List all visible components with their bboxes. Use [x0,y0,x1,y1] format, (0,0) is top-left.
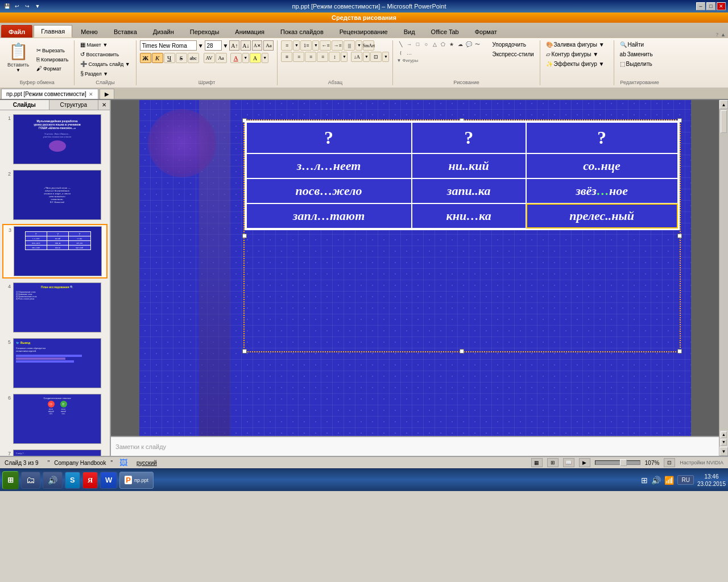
tray-icon-3[interactable]: 📶 [664,476,674,485]
tab-officetab[interactable]: Office Tab [424,25,466,38]
copy-btn[interactable]: ⎘ Копировать [34,55,71,64]
replace-btn[interactable]: ab Заменить [618,50,655,59]
font-color-dropdown[interactable]: ▼ [242,53,249,63]
tray-icon-1[interactable]: ⊞ [641,476,648,485]
tab-design[interactable]: Дизайн [146,25,181,38]
cell-3-2[interactable]: прелес..ный [526,203,678,228]
font-clear-btn[interactable]: A✕ [252,40,262,51]
slide-thumb-2[interactable]: 2 «Что русский язык —один из богатейшихя… [2,168,107,222]
normal-view-btn[interactable]: ▦ [531,458,543,467]
doc-tab-main[interactable]: пр.ppt [Режим совместимости] ✕ [1,89,98,99]
tab-insert[interactable]: Вставка [106,25,144,38]
increase-indent-btn[interactable]: →≡ [332,40,343,51]
cut-btn[interactable]: ✂ Вырезать [34,46,71,55]
columns-btn[interactable]: ||| [344,40,355,51]
underline-btn[interactable]: Ч [164,53,175,63]
more-shapes-icon[interactable]: … [405,49,413,57]
shape-effects-btn[interactable]: ✨ Эффекты фигур ▼ [544,60,607,68]
restore-btn[interactable]: □ [706,2,715,10]
font-size-dropdown2[interactable]: ▼ [293,40,300,51]
cell-2-0[interactable]: посв…жело [246,178,412,203]
numbering-btn[interactable]: 1≡ [300,40,312,51]
redo-quick-btn[interactable]: ↪ [23,2,32,10]
line-spacing-btn[interactable]: ↕ [329,52,340,62]
font-size-dropdown[interactable]: ▼ [223,43,229,49]
slide-thumb-4[interactable]: 4 План исследования 🔍 1) Образование сло… [2,281,107,334]
slide-thumb-1[interactable]: 1 Мультимедийная разработкаурока русског… [2,113,107,166]
bold-btn[interactable]: Ж [140,53,151,63]
scroll-track[interactable] [719,109,728,430]
section-btn[interactable]: § Раздел ▼ [78,69,110,78]
slideshow-btn[interactable]: ▶ [579,458,590,467]
highlight-dropdown[interactable]: ▼ [262,53,268,63]
cell-1-2[interactable]: со..нце [526,153,678,178]
text-align-btn[interactable]: ⊡ [370,52,382,62]
slide-sorter-btn[interactable]: ⊞ [547,458,559,467]
quick-styles-btn[interactable]: Экспресс-стили [490,50,536,59]
find-btn[interactable]: 🔍 Найти [618,40,655,49]
font-grow-btn[interactable]: A↑ [229,40,239,51]
triangle-icon[interactable]: △ [431,40,439,48]
zoom-slider[interactable] [595,460,640,465]
ribbon-help-btn[interactable]: ? [716,32,718,38]
customize-quick-btn[interactable]: ▼ [33,2,42,10]
cell-0-2[interactable]: ? [526,122,678,153]
doc-tab-close[interactable]: ✕ [89,92,93,97]
cell-2-1[interactable]: запи..ка [412,178,526,203]
line-icon[interactable]: ╲ [396,40,404,48]
font-extra-btn[interactable]: Aa [263,40,274,51]
reading-view-btn[interactable]: 📖 [563,458,574,467]
restore-btn[interactable]: ↺ Восстановить [78,50,121,59]
slide-thumb-5[interactable]: 5 🐦 Вывод Сложные слова образуютсясложен… [2,336,107,390]
language-indicator[interactable]: RU [677,475,693,485]
cell-1-0[interactable]: з…л…неет [246,153,412,178]
slide-table-container[interactable]: ? ? ? з…л…неет ни..кий со..нце посв…жело… [245,120,680,230]
shadow-btn[interactable]: abc [188,53,199,63]
layout-btn[interactable]: ▦ Макет ▼ [78,40,110,49]
bullets-btn[interactable]: ≡ [281,40,292,51]
columns-dropdown[interactable]: ▼ [355,40,362,51]
shape-fill-btn[interactable]: 🎨 Заливка фигуры ▼ [544,40,607,49]
text-align-dropdown[interactable]: ▼ [382,52,389,62]
zoom-thumb[interactable] [620,459,627,466]
cell-0-1[interactable]: ? [412,122,526,153]
notes-area[interactable]: Заметки к слайду [111,436,719,456]
scroll-down-btn[interactable]: ▼ [719,447,728,456]
decrease-indent-btn[interactable]: ←≡ [320,40,331,51]
align-right-btn[interactable]: ≡ [305,52,316,62]
cloud-icon[interactable]: ☁ [456,40,464,48]
font-name-box[interactable]: Times New Roma [140,40,197,51]
create-slide-btn[interactable]: ➕ Создать слайд ▼ [78,60,132,68]
doc-tab-new[interactable]: ▶ [100,89,114,99]
scroll-extra-up[interactable]: ▲ [721,431,727,438]
slide-thumb-7[interactable]: 7 Слайд 7... [2,448,107,456]
case-btn[interactable]: Aa [216,53,227,63]
font-name-dropdown[interactable]: ▼ [198,43,204,49]
cell-2-2[interactable]: звёз…ное [526,178,678,203]
numbering-dropdown[interactable]: ▼ [312,40,319,51]
scroll-up-btn[interactable]: ▲ [719,100,728,109]
lang-label[interactable]: русский [136,460,157,466]
justify-btn[interactable]: ≡ [317,52,328,62]
rect-icon[interactable]: □ [413,40,421,48]
char-spacing-btn[interactable]: AV [204,53,215,63]
taskbar-app-word[interactable]: W [100,472,117,489]
right-scrollbar[interactable]: ▲ ▲ ▼ ▼ [719,100,728,456]
cell-1-1[interactable]: ни..кий [412,153,526,178]
strikethrough-btn[interactable]: S [176,53,187,63]
tab-slideshow[interactable]: Показ слайдов [273,25,331,38]
tab-review[interactable]: Рецензирование [332,25,395,38]
tab-view[interactable]: Вид [396,25,423,38]
highlight-btn[interactable]: A [250,53,261,63]
start-button[interactable]: ⊞ [2,471,19,489]
tray-icon-2[interactable]: 🔊 [651,476,661,485]
undo-quick-btn[interactable]: ↩ [13,2,22,10]
text-dir-dropdown[interactable]: ▼ [363,52,370,62]
tab-structure[interactable]: Структура [49,100,99,110]
align-left-btn[interactable]: ≡ [281,52,292,62]
slide-thumb-6[interactable]: 6 Соединительные гласные О послетвёрдойс… [2,392,107,446]
star-icon[interactable]: ★ [448,40,456,48]
panel-close-btn[interactable]: ✕ [98,100,110,110]
tab-animation[interactable]: Анимация [228,25,272,38]
brace-icon[interactable]: { [396,49,404,57]
